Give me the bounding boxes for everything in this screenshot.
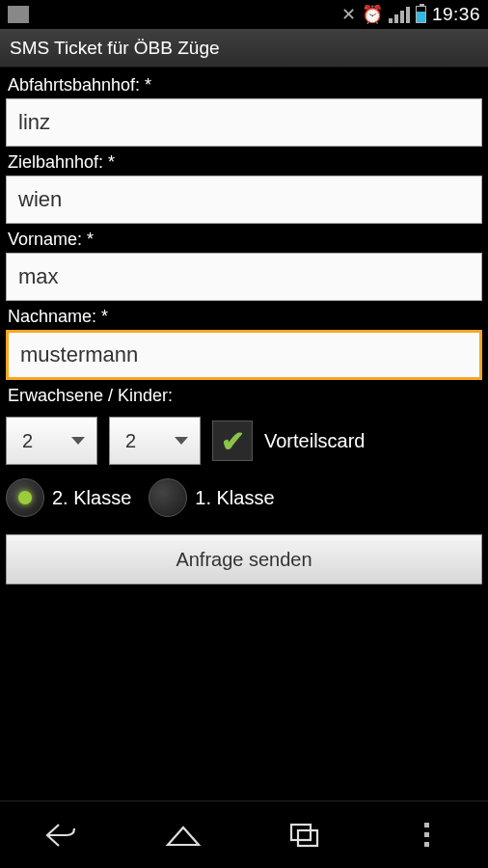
lastname-input[interactable] <box>6 330 482 380</box>
submit-label: Anfrage senden <box>176 549 312 571</box>
svg-rect-0 <box>291 825 311 840</box>
battery-icon <box>416 6 426 23</box>
vorteilscard-checkbox[interactable]: ✔ <box>212 420 253 461</box>
passengers-label: Erwachsene / Kinder: <box>8 386 482 406</box>
svg-rect-1 <box>298 830 317 846</box>
children-spinner[interactable]: 2 <box>109 417 201 465</box>
dot-icon <box>424 832 429 837</box>
class-radio-group: 2. Klasse 1. Klasse <box>6 478 482 517</box>
departure-label: Abfahrtsbahnhof: * <box>8 75 482 95</box>
navigation-bar <box>0 800 488 868</box>
firstname-label: Vorname: * <box>8 230 482 250</box>
class1-radio[interactable] <box>149 478 187 517</box>
back-icon <box>43 821 78 850</box>
passengers-row: 2 2 ✔ Vorteilscard <box>6 417 482 465</box>
destination-input[interactable] <box>6 176 482 224</box>
adults-spinner[interactable]: 2 <box>6 417 97 465</box>
class2-radio[interactable] <box>6 478 44 517</box>
form-content: Abfahrtsbahnhof: * Zielbahnhof: * Vornam… <box>0 68 488 800</box>
adults-value: 2 <box>22 430 33 452</box>
signal-icon <box>389 6 410 23</box>
nav-home-button[interactable] <box>135 813 231 857</box>
app-title-bar: SMS Ticket für ÖBB Züge <box>0 29 488 68</box>
caret-down-icon <box>175 437 188 445</box>
checkmark-icon: ✔ <box>221 424 245 458</box>
departure-input[interactable] <box>6 98 482 147</box>
image-placeholder-icon <box>8 6 29 23</box>
recent-apps-icon <box>288 822 321 849</box>
dot-icon <box>424 823 429 827</box>
app-title: SMS Ticket für ÖBB Züge <box>10 38 220 59</box>
nav-recent-button[interactable] <box>257 813 353 857</box>
lastname-label: Nachname: * <box>8 307 482 327</box>
alarm-icon: ⏰ <box>362 4 383 25</box>
destination-label: Zielbahnhof: * <box>8 152 482 173</box>
children-value: 2 <box>125 430 136 452</box>
status-clock: 19:36 <box>432 4 480 25</box>
class2-label: 2. Klasse <box>52 487 131 509</box>
submit-button[interactable]: Anfrage senden <box>6 534 482 584</box>
home-icon <box>164 822 203 849</box>
caret-down-icon <box>71 437 85 445</box>
firstname-input[interactable] <box>6 253 482 301</box>
nav-back-button[interactable] <box>13 813 109 857</box>
vorteilscard-label: Vorteilscard <box>264 430 366 452</box>
dot-icon <box>424 842 429 847</box>
class1-label: 1. Klasse <box>195 487 274 509</box>
mute-icon: ✕ <box>341 4 356 25</box>
nav-menu-button[interactable] <box>379 813 475 857</box>
status-bar: ✕ ⏰ 19:36 <box>0 0 488 29</box>
status-left <box>8 6 29 23</box>
status-right: ✕ ⏰ 19:36 <box>341 4 480 25</box>
